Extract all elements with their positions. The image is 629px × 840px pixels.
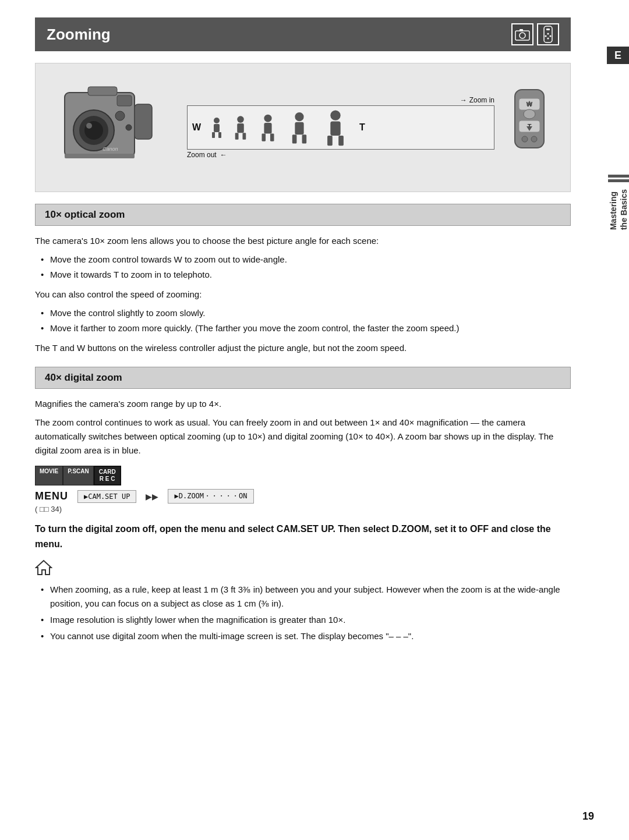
svg-rect-40 xyxy=(338,136,344,146)
svg-rect-24 xyxy=(218,132,221,138)
svg-rect-22 xyxy=(214,124,220,132)
menu-display: MOVIE P.SCAN CARD R E C MENU ▶CAM.SET UP… xyxy=(35,466,571,513)
mastering-line-2 xyxy=(608,179,629,182)
card-tab-line2: R E C xyxy=(100,476,115,482)
svg-rect-32 xyxy=(270,134,274,141)
section2-para2: The zoom control continues to work as us… xyxy=(35,416,571,458)
menu-mode-tabs: MOVIE P.SCAN CARD R E C xyxy=(35,466,571,485)
illustration-area: Canon → Zoom in W xyxy=(35,63,571,192)
svg-rect-16 xyxy=(135,104,152,139)
movie-tab-label: MOVIE xyxy=(40,468,58,474)
section1-bullet4: Move it farther to zoom more quickly. (T… xyxy=(41,321,571,335)
svg-point-25 xyxy=(237,116,244,123)
page-container: Zooming xyxy=(0,0,629,840)
manual-icon xyxy=(35,559,52,576)
movie-tab: MOVIE xyxy=(35,466,63,485)
person-fig-3 xyxy=(253,113,282,142)
bold-instruction: To turn the digital zoom off, open the m… xyxy=(35,522,571,551)
chapter-tab: E xyxy=(607,47,629,64)
mastering-text: Mastering the Basics xyxy=(608,189,629,230)
svg-point-46 xyxy=(524,109,535,119)
remote-illus: W T xyxy=(506,90,553,165)
person-medium-icon xyxy=(253,113,282,142)
section1-bullet3: Move the control slightly to zoom slowly… xyxy=(41,306,571,320)
zoom-out-label: Zoom out xyxy=(187,151,217,159)
t-label: T xyxy=(359,122,365,133)
page-title-bar: Zooming xyxy=(35,17,571,51)
pscan-tab-label: P.SCAN xyxy=(68,468,89,474)
card-rec-tab: CARD R E C xyxy=(94,466,121,485)
menu-page-ref: ( □□ 34) xyxy=(35,505,571,513)
section1-bullet-list-2: Move the control slightly to zoom slowly… xyxy=(35,306,571,335)
mastering-sidebar-container: Mastering the Basics xyxy=(605,175,629,230)
svg-point-5 xyxy=(547,33,549,35)
svg-point-1 xyxy=(520,33,525,38)
section1-bullet-list-1: Move the zoom control towards W to zoom … xyxy=(35,253,571,282)
svg-point-6 xyxy=(545,36,547,37)
zoom-in-arrow: → xyxy=(460,96,467,104)
zoom-out-arrow: ← xyxy=(220,151,227,159)
person-medium-large-icon xyxy=(282,111,316,144)
w-label: W xyxy=(192,122,201,133)
svg-rect-26 xyxy=(237,123,244,133)
svg-point-29 xyxy=(264,115,272,122)
menu-row: MENU ▶CAM.SET UP ▶▶ ▶D.ZOOM・・・・・ON xyxy=(35,489,571,504)
svg-text:Canon: Canon xyxy=(103,146,118,152)
note1: When zooming, as a rule, keep at least 1… xyxy=(41,583,571,611)
main-content: Zooming xyxy=(0,0,606,675)
svg-point-18 xyxy=(126,125,132,130)
svg-point-33 xyxy=(295,112,303,121)
note-icon xyxy=(35,559,571,579)
svg-rect-30 xyxy=(264,123,272,133)
section2-header-text: 40× digital zoom xyxy=(45,372,122,383)
svg-marker-51 xyxy=(36,561,51,575)
svg-rect-35 xyxy=(292,134,297,143)
svg-point-37 xyxy=(330,110,340,120)
svg-rect-36 xyxy=(302,134,307,143)
person-fig-4 xyxy=(282,111,316,144)
svg-rect-20 xyxy=(65,154,135,158)
menu-double-arrow: ▶▶ xyxy=(146,492,158,501)
mastering-line-top xyxy=(608,175,629,178)
page-title: Zooming xyxy=(47,26,111,44)
svg-point-7 xyxy=(550,36,552,37)
person-medium-small-icon xyxy=(228,115,253,140)
section1-header-text: 10× optical zoom xyxy=(45,209,125,220)
camera-illustration: Canon xyxy=(53,75,169,180)
card-tab-line1: CARD xyxy=(99,469,116,475)
zoom-bar-area: → Zoom in W xyxy=(169,96,494,159)
svg-rect-2 xyxy=(520,29,523,31)
svg-rect-4 xyxy=(546,29,550,30)
cam-set-up-item: ▶CAM.SET UP xyxy=(77,490,136,503)
svg-rect-38 xyxy=(330,122,340,136)
note-list: When zooming, as a rule, keep at least 1… xyxy=(35,583,571,643)
zoom-in-row: → Zoom in xyxy=(187,96,494,104)
svg-point-21 xyxy=(214,118,220,123)
remote-icon-box xyxy=(537,23,559,45)
note-area: When zooming, as a rule, keep at least 1… xyxy=(35,559,571,643)
title-icons xyxy=(511,23,559,45)
zoom-diagram: → Zoom in W xyxy=(187,96,494,159)
svg-rect-27 xyxy=(235,133,239,140)
menu-label: MENU xyxy=(35,490,68,502)
camera-icon xyxy=(515,28,530,41)
note3: You cannot use digital zoom when the mul… xyxy=(41,629,571,643)
person-fig-2 xyxy=(228,115,253,140)
svg-point-17 xyxy=(115,111,125,120)
note2: Image resolution is slightly lower when … xyxy=(41,613,571,627)
chapter-letter: E xyxy=(614,50,621,61)
section1-para3: The T and W buttons on the wireless cont… xyxy=(35,341,571,355)
camera-icon-box xyxy=(511,23,533,45)
svg-point-13 xyxy=(86,123,92,129)
remote-icon xyxy=(542,26,554,43)
svg-point-48 xyxy=(531,136,537,142)
person-fig-5 xyxy=(316,108,355,147)
page-number: 19 xyxy=(582,810,594,823)
section1-bullet1: Move the zoom control towards W to zoom … xyxy=(41,253,571,267)
person-large-icon xyxy=(316,108,355,147)
svg-rect-28 xyxy=(243,133,246,140)
mastering-line2: the Basics xyxy=(619,189,628,230)
svg-rect-14 xyxy=(88,87,117,95)
svg-rect-34 xyxy=(295,122,303,134)
section2-para1: Magnifies the camera's zoom range by up … xyxy=(35,397,571,411)
